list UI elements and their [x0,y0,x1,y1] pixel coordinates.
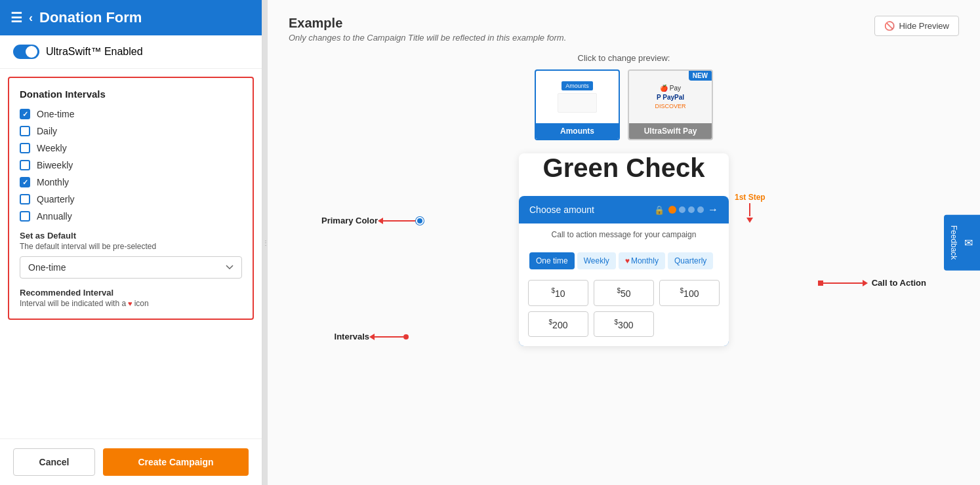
ultraswift-toggle[interactable] [13,45,39,59]
choose-amount-label: Choose amount [529,204,594,215]
intervals-annotation: Intervals [333,332,409,341]
feedback-envelope-icon: ✉ [962,236,975,248]
toggle-knob [26,46,37,58]
ultraswift-thumb-label: UltraSwift Pay [629,123,712,139]
interval-monthly[interactable]: Monthly [20,177,242,187]
next-arrow-icon[interactable]: → [708,204,718,216]
new-badge: NEW [689,71,712,81]
amounts-mini-box [558,93,597,113]
interval-weekly[interactable]: Weekly [20,143,242,153]
cta-arrow-line [823,282,863,284]
checkbox-one-time[interactable] [20,109,30,119]
click-to-change-label: Click to change preview: [289,53,959,63]
create-campaign-button[interactable]: Create Campaign [103,448,249,476]
example-subtitle: Only changes to the Campaign Title will … [289,33,566,43]
discover-logo: DISCOVER [655,103,685,109]
feedback-tab[interactable]: ✉ Feedback [944,215,980,271]
intervals-arrow [369,334,409,340]
preview-selector: Click to change preview: Amounts Amounts… [289,53,959,140]
interval-label-annually: Annually [37,211,72,222]
dot-active [668,206,676,214]
left-header: ☰ ‹ Donation Form [0,0,262,35]
feedback-label: Feedback [949,225,958,260]
default-interval-select[interactable]: One-time Daily Weekly Biweekly Monthly Q… [20,256,242,279]
cta-label: Call to Action [872,278,926,288]
amounts-thumb-content: Amounts [536,71,619,123]
primary-color-arrow [378,217,424,225]
interval-one-time[interactable]: One-time [20,109,242,119]
interval-btn-one-time[interactable]: One time [529,252,575,269]
checkbox-daily[interactable] [20,126,30,136]
checkbox-quarterly[interactable] [20,194,30,204]
preview-thumb-ultraswift[interactable]: NEW 🍎 Pay P PayPal DISCOVER UltraSwift P… [628,69,713,140]
dot-2 [688,206,695,213]
left-panel: ☰ ‹ Donation Form UltraSwift™ Enabled Do… [0,0,262,485]
recommended-label: Recommended Interval [20,288,242,298]
left-body: UltraSwift™ Enabled Donation Intervals O… [0,35,262,438]
ultraswift-bar: UltraSwift™ Enabled [0,35,262,69]
dot-1 [679,206,685,213]
interval-biweekly[interactable]: Biweekly [20,160,242,170]
hide-preview-button[interactable]: 🚫 Hide Preview [874,16,959,36]
donation-intervals-section: Donation Intervals One-time Daily Weekly… [8,77,254,320]
preview-thumbs: Amounts Amounts NEW 🍎 Pay P PayPal DISCO… [289,69,959,140]
intervals-label: Intervals [333,332,369,341]
heart-icon: ♥ [128,300,133,307]
primary-color-label: Primary Color [321,216,378,227]
amounts-thumb-inner: Amounts [536,71,619,123]
interval-btn-monthly[interactable]: ♥Monthly [619,252,665,269]
resize-handle[interactable]: ⋮ [262,0,268,485]
recommended-desc: Interval will be indicated with a ♥ icon [20,299,242,308]
cancel-button[interactable]: Cancel [13,448,95,476]
campaign-title: Green Check [519,153,729,183]
section-title: Donation Intervals [20,88,242,100]
example-title: Example [289,16,566,31]
amount-btn-50[interactable]: $50 [594,280,654,306]
step-annotation: 1st Step [735,193,766,223]
right-panel: Example Only changes to the Campaign Tit… [268,0,980,485]
apple-pay-logo: 🍎 Pay [660,85,681,92]
interval-quarterly[interactable]: Quarterly [20,194,242,204]
ultraswift-label: UltraSwift™ Enabled [46,46,143,58]
interval-annually[interactable]: Annually [20,211,242,222]
cta-area: Call to action message for your campaign [519,223,729,246]
amounts-grid: $10 $50 $100 $200 $300 [519,275,729,346]
menu-icon[interactable]: ☰ [10,10,22,26]
checkbox-biweekly[interactable] [20,160,30,170]
set-default-label: Set as Default [20,231,242,241]
page-title: Donation Form [39,9,142,26]
interval-label-monthly: Monthly [37,177,69,187]
interval-daily[interactable]: Daily [20,126,242,136]
amount-btn-300[interactable]: $300 [594,311,654,338]
primary-color-dot [416,217,424,225]
blue-form-widget: Choose amount 🔒 → Call to action message [519,196,729,346]
amount-btn-100[interactable]: $100 [659,280,720,306]
form-widget: Green Check Choose amount 🔒 → [519,153,729,346]
form-widget-header: Choose amount 🔒 → [519,196,729,223]
checkbox-monthly[interactable] [20,177,30,187]
step-arrowhead-icon [746,218,753,223]
interval-label-weekly: Weekly [37,143,67,153]
checkbox-annually[interactable] [20,211,30,222]
cta-arrowhead-icon [863,280,868,286]
preview-form-area: Primary Color Intervals Call to A [289,153,959,346]
interval-btn-weekly[interactable]: Weekly [577,252,616,269]
cta-start-dot [818,281,823,286]
lock-icon: 🔒 [654,205,664,215]
paypal-logo: P PayPal [657,94,684,101]
back-arrow-icon[interactable]: ‹ [29,11,33,25]
checkbox-weekly[interactable] [20,143,30,153]
amount-empty-cell [659,311,720,338]
progress-dots [668,206,704,214]
left-footer: Cancel Create Campaign [0,438,262,485]
interval-btn-quarterly[interactable]: Quarterly [668,252,713,269]
amount-btn-200[interactable]: $200 [528,311,588,338]
amount-btn-10[interactable]: $10 [528,280,588,306]
right-header: Example Only changes to the Campaign Tit… [289,16,959,43]
ultraswift-thumb-inner: NEW 🍎 Pay P PayPal DISCOVER [629,71,712,123]
step-label: 1st Step [735,193,766,202]
arrow-left-icon [378,218,383,224]
intervals-arrow-line [375,336,403,338]
set-default-desc: The default interval will be pre-selecte… [20,242,242,251]
preview-thumb-amounts[interactable]: Amounts Amounts [535,69,620,140]
